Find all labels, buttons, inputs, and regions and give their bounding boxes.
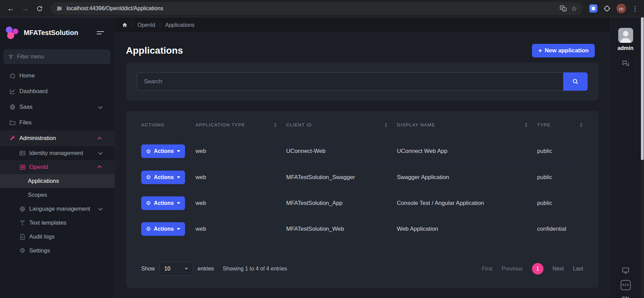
pinned-extension-icon[interactable] [589,4,597,13]
audit-log-icon [19,233,26,240]
page-header: Applications + New application [126,44,595,57]
sidebar-item-dashboard[interactable]: Dashboard [0,84,114,99]
cell-type: public [537,200,583,207]
search-input[interactable] [137,72,563,91]
pagination-current-page[interactable]: 1 [532,263,544,275]
site-settings-icon[interactable] [56,5,62,12]
cell-application-type: web [196,226,286,232]
openid-icon [19,164,26,171]
sidebar-item-label: Applications [28,178,59,185]
reload-icon[interactable] [33,2,45,15]
browser-menu-icon[interactable]: ⋮ [632,5,639,13]
cell-display-name: Console Test / Angular Application [397,200,537,207]
scrollbar-thumb[interactable] [641,17,644,160]
code-icon[interactable]: </> [621,280,631,290]
sidebar-item-saas[interactable]: Saas [0,99,114,115]
gear-icon: ⚙ [146,148,151,155]
chevron-down-icon [98,104,103,109]
sidebar-item-applications[interactable]: Applications [0,174,114,188]
sidebar-item-identity-management[interactable]: Identity management [0,146,114,160]
col-header-display-name[interactable]: DISPLAY NAME [397,122,537,127]
new-application-button[interactable]: + New application [532,44,595,57]
chevron-down-icon [98,206,103,211]
col-header-client-id[interactable]: CLIENT ID [286,122,397,127]
monitor-icon[interactable] [622,266,630,275]
brand-name: MFATestSolution [24,29,92,37]
sort-icon[interactable] [525,123,528,127]
app-logo[interactable] [5,25,19,40]
breadcrumb-openid[interactable]: OpenId [137,22,155,28]
breadcrumb-applications: Applications [165,22,194,28]
sidebar-item-language-management[interactable]: Language management [0,202,114,216]
search-icon [572,78,579,85]
url-text: localhost:44396/OpenIddict/Applications [67,5,163,12]
gear-icon: ⚙ [146,226,151,232]
sidebar-item-audit-logs[interactable]: Audit logs [0,230,114,244]
language-selector[interactable]: EN [622,295,629,298]
col-header-actions: ACTIONS [141,122,196,127]
caret-down-icon [185,268,188,270]
filter-menu-box[interactable] [3,49,111,64]
url-bar[interactable]: localhost:44396/OpenIddict/Applications … [51,2,583,15]
sort-icon[interactable] [274,123,277,127]
sidebar-item-scopes[interactable]: Scopes [0,188,114,202]
table-row: ⚙Actions web MFATestSolution_Web Web App… [141,216,583,242]
pagination-last[interactable]: Last [573,266,583,272]
caret-down-icon [177,150,180,152]
browser-profile-avatar[interactable]: m [617,4,626,13]
sidebar-item-label: OpenId [29,164,48,171]
bookmark-star-icon[interactable]: ☆ [571,4,577,13]
row-actions-button[interactable]: ⚙Actions [141,171,185,184]
table-header-row: ACTIONS APPLICATION TYPE CLIENT ID DISPL… [141,111,583,138]
forward-icon[interactable]: → [19,2,31,15]
page-size-select[interactable]: 10 [159,262,193,276]
chart-icon [9,88,16,95]
entries-summary: Showing 1 to 4 of 4 entries [223,266,287,272]
row-actions-button[interactable]: ⚙Actions [141,144,185,158]
sidebar-item-home[interactable]: Home [0,68,114,84]
search-card [126,63,599,101]
translate-icon[interactable]: Aa [559,5,567,12]
sidebar-item-files[interactable]: Files [0,115,114,130]
sidebar-item-text-templates[interactable]: Text templates [0,216,114,230]
cell-display-name: Web Application [397,226,537,232]
pagination-previous[interactable]: Previous [502,266,523,272]
chevron-up-icon [97,165,102,170]
cell-application-type: web [196,148,286,155]
sort-icon[interactable] [385,123,387,127]
breadcrumb-home-icon[interactable] [122,22,128,28]
cell-client-id: MFATestSolution_Web [286,226,397,232]
back-icon[interactable]: ← [5,2,17,15]
pagination-next[interactable]: Next [553,266,564,272]
search-button[interactable] [563,72,588,91]
sort-icon[interactable] [580,123,583,127]
extensions-puzzle-icon[interactable] [603,5,611,12]
cell-type: public [537,148,583,155]
chat-icon[interactable] [622,59,630,68]
gear-icon: ⚙ [19,247,26,254]
new-application-label: New application [545,47,589,54]
col-header-application-type[interactable]: APPLICATION TYPE [196,122,286,127]
sidebar-item-openid[interactable]: OpenId [0,160,114,174]
filter-menu-input[interactable] [17,54,106,60]
row-actions-button[interactable]: ⚙Actions [141,222,185,236]
col-header-type[interactable]: TYPE [537,122,583,127]
sidebar-item-label: Saas [19,104,33,110]
user-avatar[interactable] [618,28,633,43]
sidebar-item-label: Audit logs [29,233,55,240]
sidebar-collapse-icon[interactable] [97,31,104,34]
sidebar-item-settings[interactable]: ⚙ Settings [0,244,114,258]
pagination-first[interactable]: First [482,266,492,272]
id-card-icon [19,150,26,157]
cell-client-id: MFATestSolution_Swagger [286,174,397,181]
sidebar: MFATestSolution Home Dashboard Saas File… [0,17,115,298]
sidebar-item-administration[interactable]: Administration [0,130,114,146]
page-size-value: 10 [164,266,170,272]
wrench-icon [9,135,16,142]
row-actions-button[interactable]: ⚙Actions [141,196,185,210]
browser-toolbar: ← → localhost:44396/OpenIddict/Applicati… [0,0,644,17]
applications-table-card: ACTIONS APPLICATION TYPE CLIENT ID DISPL… [126,111,599,288]
rail-bottom-tools: </> EN [610,266,641,298]
cell-application-type: web [196,200,286,207]
language-globe-icon [19,206,26,212]
